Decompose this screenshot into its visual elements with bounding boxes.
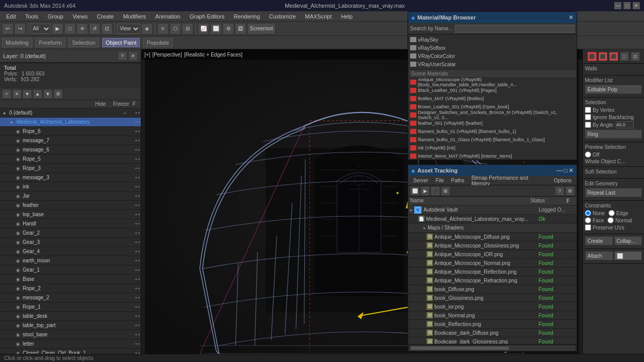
detach-placeholder-btn[interactable]: ⬜	[614, 251, 642, 260]
mat-browser-close-btn[interactable]: ✕	[568, 14, 574, 21]
list-item[interactable]: ◉ Handl • •	[0, 219, 141, 228]
render-setup[interactable]: ⚙	[223, 23, 234, 34]
at-minimize-btn[interactable]: —	[557, 167, 563, 174]
mode-freeform[interactable]: Freeform	[35, 38, 66, 47]
list-item[interactable]: ◉ earth_moon • •	[0, 256, 141, 265]
at-menu-paths[interactable]: Paths	[448, 178, 468, 183]
selection-filter[interactable]: All	[30, 24, 51, 34]
rp-btn-5[interactable]: ⊡	[631, 52, 640, 61]
menu-modifiers[interactable]: Modifiers	[119, 12, 150, 21]
menu-views[interactable]: Views	[68, 12, 91, 21]
minimize-button[interactable]: —	[614, 2, 621, 9]
at-item-antique-ior[interactable]: 🖼 Antique_Microscope_IOR.png Found	[408, 250, 577, 259]
list-item[interactable]: ◉ letter • •	[0, 339, 141, 349]
attach-btn[interactable]: Attach	[585, 251, 613, 260]
at-hscroll-thumb[interactable]	[411, 347, 509, 350]
at-list[interactable]: ▸ V Autodesk Vault Logged O... 📄 Medieva…	[408, 205, 577, 344]
list-item[interactable]: ◉ Base • •	[0, 275, 141, 284]
render-btn[interactable]: 🖼	[235, 23, 246, 34]
at-tb-help[interactable]: ?	[555, 186, 564, 196]
list-item[interactable]: ◉ stool_base • •	[0, 330, 141, 339]
list-item[interactable]: ◉ message_7 • •	[0, 136, 141, 145]
at-item-book-normal[interactable]: 🖼 book_Normal.png Found	[408, 311, 577, 320]
mat-item-black-leather[interactable]: Black_Leather_001 (VRayMtl) [Pages]	[409, 86, 576, 94]
list-item[interactable]: ◉ feather • •	[0, 201, 141, 210]
maximize-button[interactable]: □	[623, 2, 631, 9]
mat-item-designer-switches[interactable]: Designer_Switches_and_Sockets_Bronze_M (…	[409, 111, 576, 119]
layers-list[interactable]: ▸ 0 (default) ✓ • • ▸ Medieval_Alchemist…	[0, 108, 141, 362]
curve-editor[interactable]: 📈	[198, 23, 209, 34]
at-hscrollbar[interactable]	[410, 346, 575, 350]
align-btn[interactable]: ⊟	[182, 23, 193, 34]
list-item[interactable]: ◉ message_6 • •	[0, 145, 141, 155]
list-item[interactable]: ◉ Gear_2 • •	[0, 228, 141, 238]
at-group-vault[interactable]: ▸ V Autodesk Vault Logged O...	[408, 205, 577, 215]
menu-edit[interactable]: Edit	[2, 12, 20, 21]
at-menu-options[interactable]: Options	[551, 178, 575, 183]
rp-btn-2[interactable]: ⬛	[598, 52, 608, 61]
select-scale[interactable]: ⊡	[101, 23, 113, 34]
layer-item-medieval[interactable]: ▸ Medieval_Alchemist_Laboratory • •	[0, 118, 141, 127]
screenshot-btn[interactable]: Screensot	[247, 23, 275, 34]
at-item-book-ior[interactable]: 🖼 book_ior.png Found	[408, 302, 577, 311]
at-scrollbar[interactable]	[408, 344, 577, 351]
menu-customize[interactable]: Customize	[265, 12, 300, 21]
reference-coord[interactable]: View	[117, 24, 140, 34]
normal-radio[interactable]	[608, 217, 614, 223]
none-radio[interactable]	[585, 210, 591, 216]
add-to-layer-btn[interactable]: ▼	[23, 89, 32, 99]
mat-item-bottles[interactable]: Bottles_MAT (VRayMtl) [Bottles]	[409, 94, 576, 103]
mat-item-vraysky[interactable]: vRaySky	[409, 35, 576, 44]
undo-button[interactable]: ↩	[2, 23, 13, 34]
mat-item-ink[interactable]: ink (VRayMtl) [ink]	[409, 144, 576, 152]
rp-btn-3[interactable]: ⬛	[609, 52, 618, 61]
edge-radio[interactable]	[609, 210, 615, 216]
delete-layer-btn[interactable]: ✕	[12, 89, 22, 99]
mat-item-vraycolor[interactable]: VRayColorColor	[409, 52, 576, 60]
at-tb-4[interactable]: ⊞	[441, 186, 450, 196]
new-layer-btn[interactable]: +	[2, 89, 11, 99]
material-editor[interactable]: ⬜	[210, 23, 222, 34]
list-item[interactable]: ◉ Gear_3 • •	[0, 238, 141, 247]
layer-item-default[interactable]: ▸ 0 (default) ✓ • •	[0, 108, 141, 118]
at-item-antique-reflection[interactable]: 🖼 Antique_Microscope_Reflection.png Foun…	[408, 268, 577, 276]
mode-populate[interactable]: Populate	[143, 38, 172, 47]
list-item[interactable]: ◉ Jar • •	[0, 192, 141, 201]
create-btn[interactable]: Create	[585, 236, 613, 245]
mode-object-paint[interactable]: Object Paint	[102, 38, 140, 47]
rp-btn-1[interactable]: ⬛	[587, 52, 597, 61]
at-item-antique-glossiness[interactable]: 🖼 Antique_Microscope_Glossiness.png Foun…	[408, 241, 577, 250]
at-item-bookcase-diffuse[interactable]: 🖼 Bookcase_dark_Diffuse.png Found	[408, 329, 577, 337]
at-tb-1[interactable]: ⬜	[410, 186, 419, 196]
preserve-uvs-checkbox[interactable]	[585, 224, 591, 231]
list-item[interactable]: ◉ table_desk • •	[0, 312, 141, 321]
at-item-book-reflection[interactable]: 🖼 book_Reflection.png Found	[408, 320, 577, 329]
menu-rendering[interactable]: Rendering	[230, 12, 264, 21]
list-item[interactable]: ◉ Rope_6 • •	[0, 127, 141, 136]
close-button[interactable]: ✕	[633, 2, 640, 9]
mat-item-feather[interactable]: feather_001 (VRayMtl) [feather]	[409, 119, 576, 127]
layer-help-btn[interactable]: ?	[118, 51, 127, 61]
at-tb-2[interactable]: ▶	[420, 186, 430, 196]
move-up-btn[interactable]: ▲	[33, 89, 42, 99]
mat-item-filament-glass[interactable]: filament_bulbs_01_Glass (VRayMtl) [filam…	[409, 136, 576, 144]
select-rotate[interactable]: ↺	[89, 23, 100, 34]
mat-item-vrayuserscalar[interactable]: VRayUserScalar	[409, 60, 576, 68]
vp-shading-label[interactable]: [Realistic + Edged Faces]	[184, 52, 243, 58]
pivot-btn[interactable]: ◈	[141, 23, 153, 34]
menu-help[interactable]: Help	[337, 12, 357, 21]
list-item[interactable]: ◉ Rope_5 • •	[0, 155, 141, 164]
mat-item-filament-bulbs[interactable]: filament_bulbs_01 (VRayMtl) [filament_bu…	[409, 127, 576, 136]
list-item[interactable]: ◉ message_3 • •	[0, 173, 141, 182]
repeat-last-btn[interactable]: Repeat Last	[585, 188, 642, 197]
at-close-btn[interactable]: ✕	[568, 167, 574, 174]
redo-button[interactable]: ↪	[14, 23, 26, 34]
menu-maxscript[interactable]: MAXScript	[301, 12, 336, 21]
at-tb-3[interactable]: ⬛	[431, 186, 440, 196]
at-maximize-btn[interactable]: □	[564, 167, 567, 174]
list-item[interactable]: ◉ message_2 • •	[0, 293, 141, 302]
layer-settings-btn[interactable]: ⚙	[53, 89, 63, 99]
mat-search-input[interactable]	[455, 25, 575, 33]
at-menu-bitmap[interactable]: Bitmap Performance and Memory	[468, 175, 549, 186]
at-item-antique-normal[interactable]: 🖼 Antique_Microscope_Normal.png Found	[408, 259, 577, 268]
